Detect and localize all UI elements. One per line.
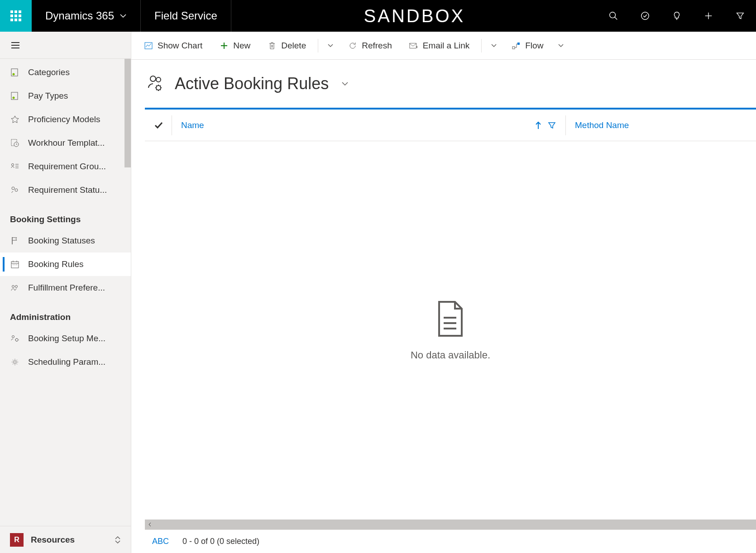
view-header: Active Booking Rules xyxy=(131,60,756,108)
select-all-column[interactable] xyxy=(145,115,172,135)
flow-dropdown[interactable] xyxy=(553,43,569,49)
horizontal-scrollbar[interactable] xyxy=(145,520,756,529)
sidebar-item-label: Scheduling Param... xyxy=(28,357,105,367)
area-switcher-arrows[interactable] xyxy=(115,536,121,544)
main-content: Show Chart New Delete Refresh Email a Li… xyxy=(131,32,756,553)
hamburger-button[interactable] xyxy=(10,40,21,51)
svg-point-11 xyxy=(13,97,15,99)
sidebar-item-bookingsetup[interactable]: Booking Setup Me... xyxy=(0,327,131,350)
svg-point-0 xyxy=(610,12,616,18)
module-text: Field Service xyxy=(154,10,217,22)
delete-dropdown[interactable] xyxy=(323,43,338,49)
svg-rect-38 xyxy=(517,43,520,45)
email-dropdown[interactable] xyxy=(486,43,502,49)
column-label: Method Name xyxy=(575,120,629,130)
app-name-label: Dynamics 365 xyxy=(45,10,114,22)
flow-button[interactable]: Flow xyxy=(504,37,550,55)
sidebar-item-label: Booking Setup Me... xyxy=(28,334,105,343)
top-header: Dynamics 365 Field Service SANDBOX xyxy=(0,0,756,32)
sidebar-item-label: Booking Rules xyxy=(28,259,84,269)
add-button[interactable] xyxy=(693,0,724,32)
req-group-icon xyxy=(10,162,20,172)
sidebar-group-booking: Booking Settings xyxy=(0,202,131,229)
view-title: Active Booking Rules xyxy=(175,74,329,93)
area-badge: R xyxy=(10,533,24,547)
sort-up-icon[interactable] xyxy=(535,121,542,130)
svg-rect-10 xyxy=(11,92,18,100)
filter-icon xyxy=(735,11,745,21)
show-chart-button[interactable]: Show Chart xyxy=(137,37,210,55)
divider xyxy=(481,39,482,52)
delete-button[interactable]: Delete xyxy=(260,37,313,55)
clock-doc-icon xyxy=(10,138,20,148)
sidebar-item-categories[interactable]: Categories xyxy=(0,61,131,84)
sidebar-item-label: Categories xyxy=(28,67,70,77)
sidebar-item-bookingrules[interactable]: Booking Rules xyxy=(0,253,131,276)
refresh-button[interactable]: Refresh xyxy=(341,37,399,55)
people-gear-icon xyxy=(145,73,166,94)
alpha-filter[interactable]: ABC xyxy=(152,537,169,546)
column-label: Name xyxy=(181,120,204,130)
area-label: Resources xyxy=(31,535,75,545)
svg-point-28 xyxy=(12,286,14,288)
scroll-left-icon[interactable] xyxy=(147,521,153,528)
chevron-down-icon xyxy=(340,79,349,88)
lightbulb-icon xyxy=(672,11,682,21)
search-button[interactable] xyxy=(598,0,629,32)
task-button[interactable] xyxy=(629,0,661,32)
record-count: 0 - 0 of 0 (0 selected) xyxy=(182,537,259,546)
cmd-label: Delete xyxy=(281,41,306,51)
top-icon-bar xyxy=(598,0,756,32)
sidebar-item-reqstatus[interactable]: Requirement Statu... xyxy=(0,178,131,202)
category-icon xyxy=(10,67,20,77)
flag-icon xyxy=(10,236,20,246)
command-bar: Show Chart New Delete Refresh Email a Li… xyxy=(131,32,756,60)
filter-icon[interactable] xyxy=(547,121,556,130)
hamburger-icon xyxy=(10,40,21,51)
sidebar-item-label: Fulfillment Prefere... xyxy=(28,283,105,293)
grid-body: No data available. xyxy=(145,141,756,520)
divider xyxy=(318,39,318,52)
app-name-dropdown[interactable]: Dynamics 365 xyxy=(32,0,141,32)
sidebar-area-switcher[interactable]: R Resources xyxy=(0,526,131,553)
column-method-name[interactable]: Method Name xyxy=(566,115,756,135)
chevron-down-icon xyxy=(120,12,127,19)
svg-line-1 xyxy=(615,17,617,20)
chevron-down-icon xyxy=(327,43,334,49)
sidebar-item-reqgroup[interactable]: Requirement Grou... xyxy=(0,155,131,178)
sidebar-item-label: Proficiency Models xyxy=(28,114,100,124)
sidebar-item-fulfillment[interactable]: Fulfillment Prefere... xyxy=(0,276,131,300)
search-icon xyxy=(608,11,618,21)
svg-point-2 xyxy=(641,12,649,20)
sidebar-item-bookingstatuses[interactable]: Booking Statuses xyxy=(0,229,131,253)
trash-icon xyxy=(268,41,277,50)
svg-point-9 xyxy=(13,73,15,76)
app-launcher[interactable] xyxy=(0,0,32,32)
sidebar-item-paytypes[interactable]: Pay Types xyxy=(0,84,131,108)
chart-icon xyxy=(144,41,153,50)
sidebar-item-workhour[interactable]: Workhour Templat... xyxy=(0,131,131,155)
sidebar-item-proficiency[interactable]: Proficiency Models xyxy=(0,108,131,131)
email-link-button[interactable]: Email a Link xyxy=(402,37,477,55)
req-status-icon xyxy=(10,185,20,195)
sidebar-item-schedulingparam[interactable]: Scheduling Param... xyxy=(0,350,131,374)
column-sort-controls xyxy=(535,121,556,130)
empty-state-text: No data available. xyxy=(411,349,490,361)
svg-point-31 xyxy=(15,338,18,341)
help-button[interactable] xyxy=(661,0,693,32)
view-selector-dropdown[interactable] xyxy=(340,79,349,88)
module-label[interactable]: Field Service xyxy=(141,0,231,32)
sidebar-item-label: Requirement Statu... xyxy=(28,185,107,195)
svg-point-39 xyxy=(150,76,156,81)
gear-icon xyxy=(10,357,20,367)
filter-button[interactable] xyxy=(724,0,756,32)
gear-people-icon xyxy=(10,334,20,343)
column-name[interactable]: Name xyxy=(172,115,566,135)
sidebar: Categories Pay Types Proficiency Models … xyxy=(0,32,131,553)
chevron-down-icon xyxy=(491,43,497,49)
flow-icon xyxy=(512,41,521,50)
new-button[interactable]: New xyxy=(212,37,258,55)
svg-rect-37 xyxy=(512,47,515,49)
people-icon xyxy=(10,283,20,293)
sidebar-header xyxy=(0,32,131,59)
